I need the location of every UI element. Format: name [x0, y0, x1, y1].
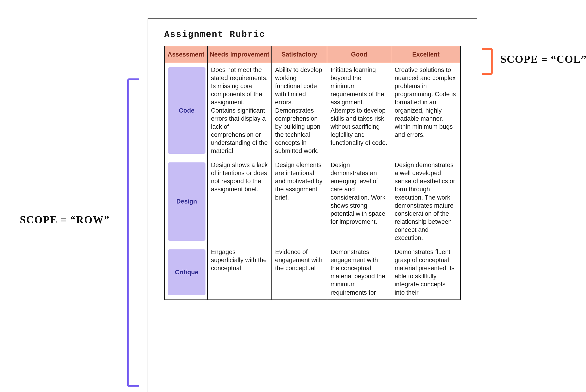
rubric-cell: Does not meet the stated requirements. I… [208, 63, 272, 158]
col-header: Satisfactory [272, 46, 327, 63]
rubric-cell: Design shows a lack of intentions or doe… [208, 158, 272, 245]
col-scope-label: SCOPE = “COL” [501, 53, 586, 65]
rubric-cell: Design demonstrates an emerging level of… [327, 158, 391, 245]
row-header: Code [164, 63, 208, 158]
row-header: Design [164, 158, 208, 245]
document-frame: Assignment Rubric Assessment Needs Impro… [148, 18, 477, 392]
row-header: Critique [164, 245, 208, 300]
rubric-thead: Assessment Needs Improvement Satisfactor… [164, 46, 461, 63]
table-row: Critique Engages superficially with the … [164, 245, 461, 300]
row-header-pill: Critique [168, 250, 205, 295]
rubric-cell: Demonstrates engagement with the concept… [327, 245, 391, 300]
row-header-label: Design [176, 198, 197, 206]
row-scope-bracket [127, 78, 139, 387]
page-title: Assignment Rubric [164, 30, 461, 40]
col-scope-bracket [482, 48, 493, 75]
table-row: Code Does not meet the stated requiremen… [164, 63, 461, 158]
col-header: Needs Improvement [208, 46, 272, 63]
row-header-pill: Design [168, 162, 205, 241]
rubric-cell: Design elements are intentional and moti… [272, 158, 327, 245]
col-header: Good [327, 46, 391, 63]
rubric-cell: Design demonstrates a well developed sen… [391, 158, 461, 245]
rubric-cell: Evidence of engagement with the conceptu… [272, 245, 327, 300]
row-header-label: Critique [175, 268, 198, 276]
col-header: Excellent [391, 46, 461, 63]
col-header: Assessment [164, 46, 208, 63]
rubric-cell: Engages superficially with the conceptua… [208, 245, 272, 300]
row-scope-label: SCOPE = “ROW” [20, 214, 110, 226]
table-row: Design Design shows a lack of intentions… [164, 158, 461, 245]
rubric-cell: Initiates learning beyond the minimum re… [327, 63, 391, 158]
rubric-cell: Ability to develop working functional co… [272, 63, 327, 158]
table-header-row: Assessment Needs Improvement Satisfactor… [164, 46, 461, 63]
rubric-cell: Creative solutions to nuanced and comple… [391, 63, 461, 158]
rubric-cell: Demonstrates fluent grasp of conceptual … [391, 245, 461, 300]
row-header-label: Code [179, 106, 195, 115]
rubric-tbody: Code Does not meet the stated requiremen… [164, 63, 461, 300]
rubric-table: Assessment Needs Improvement Satisfactor… [164, 46, 461, 300]
row-header-pill: Code [168, 67, 205, 154]
